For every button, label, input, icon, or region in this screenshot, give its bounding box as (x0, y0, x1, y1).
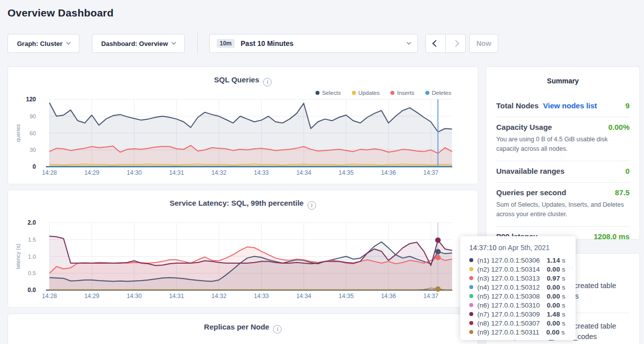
graph-select-dropdown[interactable]: Graph: Cluster (7, 34, 79, 53)
node-dot-icon (469, 285, 473, 289)
svg-text:14:35: 14:35 (338, 169, 353, 176)
svg-text:1.0: 1.0 (28, 254, 36, 260)
svg-text:14:28: 14:28 (42, 293, 57, 300)
node-latency-value: 1.48 s (547, 311, 565, 318)
node-latency-value: 0.00 s (547, 266, 565, 273)
time-range-badge: 10m (217, 39, 235, 48)
view-nodes-list-link[interactable]: View nodes list (543, 101, 597, 110)
svg-text:14:29: 14:29 (84, 293, 99, 300)
unavailable-ranges-label: Unavailable ranges (496, 167, 565, 175)
now-button-label: Now (476, 39, 491, 47)
node-latency-value: 1.14 s (547, 257, 565, 264)
svg-text:14:37: 14:37 (423, 293, 438, 300)
queries-per-second-desc: Sum of Selects, Updates, Inserts, and De… (496, 200, 630, 219)
total-nodes-value: 9 (626, 101, 630, 110)
summary-total-nodes: Total Nodes View nodes list 9 (496, 96, 630, 117)
queries-per-second-label: Queries per second (496, 188, 566, 197)
overview-dashboard-page: Overview Dashboard Graph: Cluster Dashbo… (0, 0, 644, 344)
page-title: Overview Dashboard (7, 7, 114, 19)
node-address: (n6) 127.0.0.1:50310 (477, 302, 540, 309)
node-address: (n7) 127.0.0.1:50309 (477, 311, 540, 318)
node-address: (n3) 127.0.0.1:50313 (477, 275, 540, 282)
tooltip-node-row: (n4) 127.0.0.1:503120.00 s (469, 283, 567, 292)
now-button[interactable]: Now (469, 34, 498, 53)
node-address: (n9) 127.0.0.1:50311 (477, 329, 539, 336)
next-time-button[interactable] (445, 34, 465, 52)
svg-text:0.0: 0.0 (27, 287, 36, 294)
svg-text:60: 60 (29, 130, 36, 136)
capacity-usage-desc: You are using 0 B of 4.5 GiB usable disk… (496, 135, 630, 154)
prev-time-button[interactable] (426, 34, 445, 52)
replicas-per-node-panel: Replicas per Nodei (7, 314, 478, 344)
svg-text:14:31: 14:31 (169, 293, 184, 300)
tooltip-node-row: (n3) 127.0.0.1:503130.97 s (469, 274, 567, 283)
tooltip-node-row: (n8) 127.0.0.1:503070.00 s (469, 319, 567, 328)
svg-text:14:30: 14:30 (127, 293, 142, 300)
info-icon[interactable]: i (273, 325, 282, 334)
tooltip-node-row: (n9) 127.0.0.1:503110.00 s (469, 328, 567, 337)
unavailable-ranges-value: 0 (626, 167, 630, 175)
node-dot-icon (469, 330, 473, 334)
svg-text:14:37: 14:37 (423, 169, 438, 176)
node-dot-icon (469, 267, 473, 271)
graph-select-label: Graph: Cluster (17, 40, 62, 47)
service-latency-chart[interactable]: 0.00.51.01.52.014:2814:2914:3014:3114:32… (8, 190, 479, 308)
tooltip-node-list: (n1) 127.0.0.1:503061.14 s(n2) 127.0.0.1… (469, 256, 567, 337)
time-range-picker[interactable]: 10m Past 10 Minutes (209, 34, 418, 53)
node-dot-icon (469, 321, 473, 325)
node-latency-value: 0.00 s (547, 302, 565, 309)
svg-text:14:35: 14:35 (338, 293, 353, 300)
service-latency-panel: Service Latency: SQL, 99th percentilei 0… (7, 190, 478, 308)
node-dot-icon (469, 258, 473, 262)
sql-queries-chart[interactable]: 030609012014:2814:2914:3014:3114:3214:33… (8, 67, 479, 185)
tooltip-node-row: (n6) 127.0.0.1:503100.00 s (469, 301, 567, 310)
toolbar-divider (197, 33, 198, 54)
node-latency-value: 0.97 s (547, 275, 565, 282)
tooltip-node-row: (n5) 127.0.0.1:503080.00 s (469, 292, 567, 301)
tooltip-timestamp: 14:37:10 on Apr 5th, 2021 (469, 244, 567, 252)
svg-text:14:32: 14:32 (212, 169, 227, 176)
node-dot-icon (469, 294, 473, 298)
chevron-down-icon (172, 40, 176, 44)
svg-text:14:32: 14:32 (212, 293, 227, 300)
svg-text:14:36: 14:36 (381, 169, 396, 176)
chart-hover-tooltip: 14:37:10 on Apr 5th, 2021 (n1) 127.0.0.1… (460, 236, 576, 340)
node-address: (n2) 127.0.0.1:50314 (477, 266, 540, 273)
svg-text:14:36: 14:36 (381, 293, 396, 300)
tooltip-node-row: (n1) 127.0.0.1:503061.14 s (469, 256, 567, 265)
queries-per-second-value: 87.5 (615, 188, 630, 197)
summary-unavailable-ranges: Unavailable ranges 0 (496, 161, 630, 183)
toolbar: Graph: Cluster Dashboard: Overview 10m P… (7, 34, 637, 53)
node-latency-value: 0.00 s (547, 284, 565, 291)
svg-text:14:29: 14:29 (84, 169, 99, 176)
total-nodes-label: Total Nodes (496, 101, 539, 110)
svg-text:14:28: 14:28 (42, 169, 57, 176)
node-address: (n5) 127.0.0.1:50308 (477, 293, 540, 300)
node-address: (n1) 127.0.0.1:50306 (477, 257, 540, 264)
summary-capacity-usage: Capacity Usage 0.00% You are using 0 B o… (496, 117, 630, 161)
svg-text:1.5: 1.5 (28, 237, 36, 243)
svg-text:2.0: 2.0 (27, 219, 36, 226)
summary-title: Summary (496, 77, 630, 85)
svg-text:14:31: 14:31 (169, 169, 184, 176)
node-latency-value: 0.00 s (547, 293, 565, 300)
svg-text:14:34: 14:34 (296, 169, 311, 176)
svg-text:0.5: 0.5 (28, 270, 36, 276)
dashboard-select-dropdown[interactable]: Dashboard: Overview (92, 34, 185, 53)
node-latency-value: 0.00 s (547, 320, 565, 327)
tooltip-node-row: (n7) 127.0.0.1:503091.48 s (469, 310, 567, 319)
svg-text:queries: queries (15, 124, 21, 142)
svg-text:latency (s): latency (s) (15, 244, 21, 269)
chevron-down-icon (407, 40, 411, 44)
node-address: (n4) 127.0.0.1:50312 (477, 284, 540, 291)
dashboard-select-label: Dashboard: Overview (101, 40, 168, 47)
svg-text:90: 90 (29, 113, 36, 119)
chevron-left-icon (432, 40, 439, 47)
time-step-buttons (425, 34, 466, 53)
node-dot-icon (469, 312, 473, 316)
svg-text:0: 0 (32, 163, 36, 170)
chart-title: Replicas per Nodei (8, 323, 478, 334)
node-dot-icon (469, 276, 473, 280)
svg-text:14:33: 14:33 (254, 169, 269, 176)
node-address: (n8) 127.0.0.1:50307 (477, 320, 540, 327)
